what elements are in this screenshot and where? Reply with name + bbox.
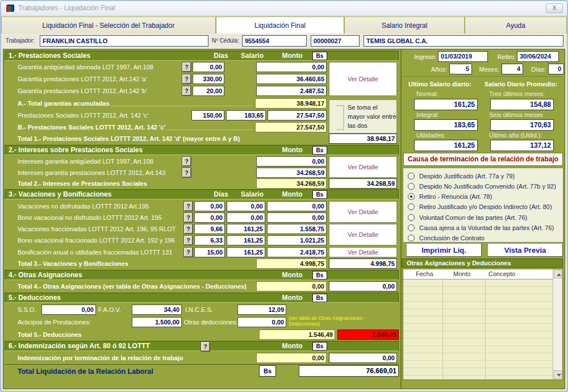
section1-header: 1.- Prestaciones Sociales Días Salario M… <box>5 51 399 61</box>
cedula-field[interactable]: 9554554 <box>242 35 307 47</box>
col-dias: Días <box>205 51 237 61</box>
sso-field[interactable]: 0,00 <box>41 305 96 315</box>
monto-field[interactable]: 1.558,75 <box>267 224 327 234</box>
total-b-value: 27.547,50 <box>255 122 327 132</box>
dias-field[interactable]: 0,00 <box>193 62 224 72</box>
dias-field[interactable]: 330,00 <box>193 74 224 84</box>
worker-name-field[interactable]: FRANKLIN CASTILLO <box>40 35 208 47</box>
inces-field[interactable]: 12,09 <box>237 305 286 315</box>
tab-salario-integral[interactable]: Salario Integral <box>344 16 465 34</box>
salario-field[interactable]: 161,25 <box>227 224 265 234</box>
faov-field[interactable]: 34,40 <box>132 305 182 315</box>
monto-field[interactable]: 36.460,65 <box>256 74 327 84</box>
dias-field[interactable]: 15,00 <box>194 247 225 257</box>
seis-meses-field[interactable]: 170,63 <box>490 119 554 131</box>
dias-field[interactable]: 9,66 <box>194 224 225 234</box>
radio-icon <box>408 214 415 221</box>
dias-field[interactable]: 0,00 <box>194 212 225 223</box>
radio-conclusion-contrato[interactable]: Conclusión de Contrato <box>408 234 561 243</box>
table-row <box>403 339 553 346</box>
total5-label: Total 5.- Deducciones <box>18 330 82 340</box>
row-label: Garantía prestaciones LOTTT 2012, Art.14… <box>18 74 147 84</box>
ingreso-field[interactable]: 01/03/2019 <box>438 51 488 62</box>
title-bar: Trabajadores - Liquidación Final X <box>1 1 567 16</box>
dias-field[interactable]: 6,33 <box>194 235 225 245</box>
radio-retiro-justificado[interactable]: Retiro Justificado y/o Despido Indirecto… <box>408 203 561 212</box>
total3-label: Total 3.- Vacaciones y Bonificaciones <box>18 258 128 269</box>
help-button[interactable]: ? <box>182 62 191 72</box>
otras-deducciones-label: Otras deducciones: <box>184 317 238 327</box>
tab-ayuda[interactable]: Ayuda <box>465 16 567 34</box>
ver-detalle-button[interactable]: Ver Detalle <box>329 201 397 223</box>
salario-field[interactable]: 0,00 <box>227 212 265 223</box>
salario-field[interactable]: 161,25 <box>227 247 265 257</box>
worker-code-field[interactable]: 00000027 <box>311 35 360 47</box>
salario-field[interactable]: 183,65 <box>226 110 266 120</box>
tres-meses-field[interactable]: 154,88 <box>490 99 554 110</box>
normal-field[interactable]: 161,25 <box>414 99 478 110</box>
ultimo-ano-field[interactable]: 137,12 <box>490 140 554 151</box>
help-button[interactable]: ? <box>182 168 191 177</box>
total3-value: 4.998,75 <box>329 258 397 269</box>
radio-causa-ajena[interactable]: Causa ajena a la Voluntad de las partes … <box>408 224 561 233</box>
bs-label: Bs <box>312 146 327 155</box>
monto-field[interactable]: 1.021,25 <box>267 235 327 245</box>
tab-liquidacion-final[interactable]: Liquidación Final <box>216 16 344 34</box>
ver-detalle-button[interactable]: Ver Detalle <box>329 247 397 257</box>
row-label: Vacaciones no disfrutadas LOTTT 2012 Art… <box>18 201 149 211</box>
monto-field[interactable]: 0,00 <box>267 201 327 211</box>
ver-detalle-button[interactable]: Ver Detalle <box>329 224 397 245</box>
monto-field[interactable]: 27.547,50 <box>268 110 327 120</box>
tab-seleccion-trabajador[interactable]: Liquidación Final - Selección del Trabaj… <box>1 16 216 34</box>
otras-deducciones-field[interactable]: 0,00 <box>237 317 286 327</box>
salario-field[interactable]: 161,25 <box>227 235 265 245</box>
help-button[interactable]: ? <box>182 86 191 95</box>
bs-label: Bs <box>312 294 327 302</box>
help-button[interactable]: ? <box>201 342 210 351</box>
monto-field[interactable]: 34.268,59 <box>256 168 327 178</box>
help-button[interactable]: ? <box>182 74 191 84</box>
ver-detalle-button[interactable]: Ver Detalle <box>329 62 397 96</box>
radio-icon <box>408 224 415 231</box>
arrow-up-icon <box>557 273 561 276</box>
radio-despido-no-justificado[interactable]: Despido No Justificado Convenido (Art. 7… <box>408 182 561 191</box>
radio-voluntad-comun[interactable]: Voluntad Comun de las partes (Art. 76) <box>408 214 561 223</box>
table-scrollbar[interactable] <box>553 269 562 380</box>
monto-field[interactable]: 0,00 <box>256 156 327 166</box>
company-field[interactable]: TEMIS GLOBAL C.A. <box>364 35 563 47</box>
scroll-up-button[interactable] <box>554 270 562 278</box>
dias-right-field[interactable]: 0 <box>548 64 564 74</box>
monto-field[interactable]: 0,00 <box>267 212 327 223</box>
dias-right-label: Días: <box>524 64 546 75</box>
imprimir-button[interactable]: Imprimir Liq. <box>406 243 482 257</box>
monto-field[interactable]: 2.487,52 <box>256 86 327 96</box>
scroll-down-button[interactable] <box>554 370 562 379</box>
meses-field[interactable]: 4 <box>502 64 523 74</box>
total3-yellow: 4.998,75 <box>256 258 327 269</box>
salario-field[interactable]: 0,00 <box>227 201 265 211</box>
help-button[interactable]: ? <box>182 157 191 166</box>
ver-detalle-button[interactable]: Ver Detalle <box>329 156 397 178</box>
utilidades-field[interactable]: 161,25 <box>414 140 478 151</box>
row-label: Bonificación anual o utilidades fraccion… <box>18 247 173 257</box>
anticipos-field[interactable]: 1.500,00 <box>132 317 182 327</box>
radio-despido-justificado[interactable]: Despido Justificado (Art. 77a y 79) <box>408 172 561 181</box>
help-button[interactable]: ? <box>184 236 193 245</box>
right-panel: Ingreso: 01/03/2019 Retiro: 30/06/2024 A… <box>400 49 564 389</box>
monto-field[interactable]: 0,00 <box>256 62 327 72</box>
monto-field[interactable]: 2.418,75 <box>267 247 327 257</box>
close-button[interactable]: X <box>546 3 563 13</box>
anos-field[interactable]: 5 <box>449 64 472 74</box>
help-button[interactable]: ? <box>184 248 193 257</box>
window-title: Trabajadores - Liquidación Final <box>18 4 115 12</box>
vista-previa-button[interactable]: Vista Previa <box>487 243 563 257</box>
radio-retiro-renuncia[interactable]: Retiro - Renuncia (Art. 78) <box>408 193 561 202</box>
retiro-field[interactable]: 30/06/2024 <box>517 51 559 62</box>
help-button[interactable]: ? <box>184 202 193 211</box>
integral-field[interactable]: 183,65 <box>414 119 478 131</box>
dias-field[interactable]: 20,00 <box>193 86 224 96</box>
dias-field[interactable]: 0,00 <box>194 201 225 211</box>
help-button[interactable]: ? <box>184 224 193 233</box>
help-button[interactable]: ? <box>184 213 193 222</box>
dias-field[interactable]: 150,00 <box>191 110 224 120</box>
